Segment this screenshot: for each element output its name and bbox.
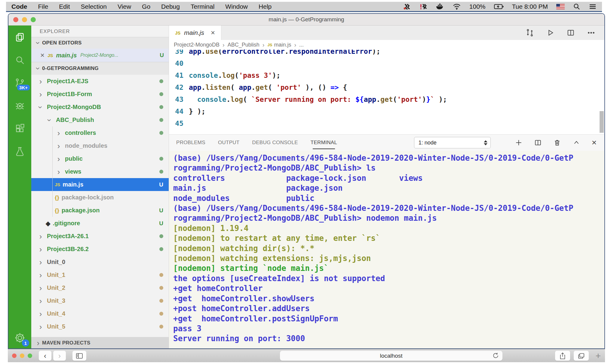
vscode-title-bar[interactable]: main.js — 0-GetProgramming: [8, 14, 604, 26]
breadcrumb-item-[interactable]: ...: [299, 42, 304, 48]
tree-item-project3b-26-2[interactable]: ›Project3B-26.2: [31, 243, 169, 256]
tree-item-gitignore[interactable]: ◆.gitignoreU: [31, 217, 169, 230]
tree-item-label: node_modules: [65, 142, 107, 149]
browser-close-button[interactable]: [12, 353, 17, 358]
panel-tab-debug-console[interactable]: DEBUG CONSOLE: [252, 140, 298, 146]
extensions-icon[interactable]: [13, 122, 27, 135]
maven-projects-label: MAVEN PROJECTS: [42, 340, 91, 346]
tree-item-node-modules[interactable]: ›node_modules: [31, 139, 169, 152]
menu-go[interactable]: Go: [142, 3, 150, 10]
split-terminal-icon[interactable]: [534, 139, 542, 147]
menu-view[interactable]: View: [118, 3, 131, 10]
menu-code[interactable]: Code: [11, 3, 27, 10]
close-panel-icon[interactable]: ×: [592, 138, 597, 147]
docker-icon[interactable]: [436, 3, 444, 10]
tree-item-main-js[interactable]: JSmain.jsU: [31, 178, 169, 191]
open-editors-header[interactable]: › OPEN EDITORS: [31, 37, 169, 49]
code-line-42[interactable]: 42app.listen( app.get( 'port' ), () => {: [169, 81, 604, 93]
close-editor-icon[interactable]: ×: [40, 52, 45, 59]
spotlight-search-icon[interactable]: [573, 3, 580, 10]
refresh-icon[interactable]: [492, 352, 499, 360]
breadcrumb-item-abc-publish[interactable]: ABC_Publish: [228, 42, 259, 48]
menu-file[interactable]: File: [38, 3, 48, 10]
code-editor[interactable]: 39app.use(errorController.respondInterna…: [169, 50, 604, 134]
show-tabs-icon[interactable]: [574, 351, 589, 361]
code-line-43[interactable]: 43 console.log( `Server running on port:…: [169, 93, 604, 105]
menu-debug[interactable]: Debug: [161, 3, 180, 10]
explorer-icon[interactable]: [13, 30, 27, 44]
forward-button[interactable]: ›: [53, 351, 66, 361]
more-actions-icon[interactable]: [587, 29, 595, 37]
code-line-44[interactable]: 44} );: [169, 105, 604, 117]
tree-item-unit-5[interactable]: ›Unit_5: [31, 320, 169, 333]
panel-tab-output[interactable]: OUTPUT: [218, 140, 240, 146]
tree-item-project3a-26-1[interactable]: ›Project3A-26.1: [31, 230, 169, 243]
panel-tab-terminal[interactable]: TERMINAL: [311, 140, 337, 146]
maximize-panel-chevron-icon[interactable]: [573, 139, 580, 147]
workspace-section-header[interactable]: › 0-GETPROGRAMMING: [31, 62, 169, 75]
editor-scrollbar-thumb[interactable]: [600, 111, 604, 133]
terminal-output[interactable]: (base) /Users/Yang/Documents/496-584-Nod…: [169, 151, 604, 349]
code-line-40[interactable]: 40: [169, 57, 604, 69]
terminal-selector-dropdown[interactable]: 1: node: [414, 137, 491, 148]
tree-item-views[interactable]: ›views: [31, 165, 169, 178]
menu-terminal[interactable]: Terminal: [191, 3, 214, 10]
menu-help[interactable]: Help: [259, 3, 272, 10]
new-terminal-icon[interactable]: [515, 139, 523, 147]
open-changes-icon[interactable]: [526, 29, 534, 37]
debug-icon[interactable]: [13, 99, 27, 113]
menu-edit[interactable]: Edit: [59, 3, 70, 10]
tree-item-public[interactable]: ›public: [31, 152, 169, 165]
chevron-right-icon: ›: [37, 311, 45, 317]
address-bar[interactable]: localhost: [280, 351, 502, 361]
tab-main-js[interactable]: JS main.js ×: [169, 26, 221, 40]
tree-item-unit-1[interactable]: ›Unit_1: [31, 268, 169, 281]
chevron-right-icon: ›: [37, 272, 45, 278]
share-icon[interactable]: [555, 351, 570, 361]
wifi-icon[interactable]: [453, 3, 461, 10]
browser-sidebar-toggle-button[interactable]: [72, 351, 86, 361]
maven-projects-header[interactable]: › MAVEN PROJECTS: [31, 337, 169, 349]
settings-gear-icon[interactable]: 1: [13, 331, 27, 345]
git-status-dot: [159, 118, 163, 122]
clock[interactable]: Tue 8:00 PM: [512, 3, 548, 10]
tree-item-unit-4[interactable]: ›Unit_4: [31, 307, 169, 320]
code-line-41[interactable]: 41console.log('pass 3');: [169, 69, 604, 81]
tree-item-project1a-ejs[interactable]: ›Project1A-EJS: [31, 75, 169, 88]
input-language-flag-icon[interactable]: [556, 4, 565, 9]
breadcrumb-item-main-js[interactable]: JSmain.js: [267, 42, 291, 48]
status-app-icon-2[interactable]: [419, 3, 427, 10]
file-tree: ›Project1A-EJS›Project1B-Form›Project2-M…: [31, 75, 169, 337]
tab-close-icon[interactable]: ×: [211, 29, 215, 36]
tree-item-unit-3[interactable]: ›Unit_3: [31, 294, 169, 307]
kill-terminal-trash-icon[interactable]: [553, 139, 561, 147]
browser-zoom-button[interactable]: [28, 353, 32, 358]
test-beaker-icon[interactable]: [13, 144, 27, 158]
open-editor-item[interactable]: × JS main.js Project2-Mongo... U: [31, 49, 169, 62]
back-button[interactable]: ‹: [39, 351, 51, 361]
tree-item-project2-mongodb[interactable]: ›Project2-MongoDB: [31, 101, 169, 114]
menu-window[interactable]: Window: [225, 3, 248, 10]
tree-item-package-json[interactable]: {}package.jsonU: [31, 204, 169, 217]
menu-selection[interactable]: Selection: [81, 3, 107, 10]
notification-center-icon[interactable]: [589, 3, 597, 10]
code-text: console.log( `Server running on port: ${…: [189, 93, 447, 105]
split-editor-icon[interactable]: [567, 29, 575, 37]
code-line-39[interactable]: 39app.use(errorController.respondInterna…: [169, 50, 604, 57]
search-icon[interactable]: [13, 53, 27, 67]
tree-item-unit-0[interactable]: ›Unit_0: [31, 256, 169, 268]
run-play-icon[interactable]: [546, 29, 554, 37]
tree-item-unit-2[interactable]: ›Unit_2: [31, 281, 169, 294]
tree-item-project1b-form[interactable]: ›Project1B-Form: [31, 88, 169, 101]
new-tab-plus-icon[interactable]: +: [595, 351, 601, 361]
source-control-icon[interactable]: 3K+: [13, 76, 27, 90]
tree-item-controllers[interactable]: ›controllers: [31, 126, 169, 139]
panel-tab-problems[interactable]: PROBLEMS: [176, 140, 205, 146]
browser-minimize-button[interactable]: [20, 353, 24, 358]
code-line-45[interactable]: 45: [169, 117, 604, 129]
status-app-icon-1[interactable]: [403, 3, 411, 10]
battery-percent: 100%: [469, 3, 486, 10]
tree-item-abc-publish[interactable]: ›ABC_Publish: [31, 114, 169, 126]
breadcrumb-item-project2-mongodb[interactable]: Project2-MongoDB: [174, 42, 220, 48]
tree-item-package-lock-json[interactable]: {}package-lock.json: [31, 191, 169, 204]
